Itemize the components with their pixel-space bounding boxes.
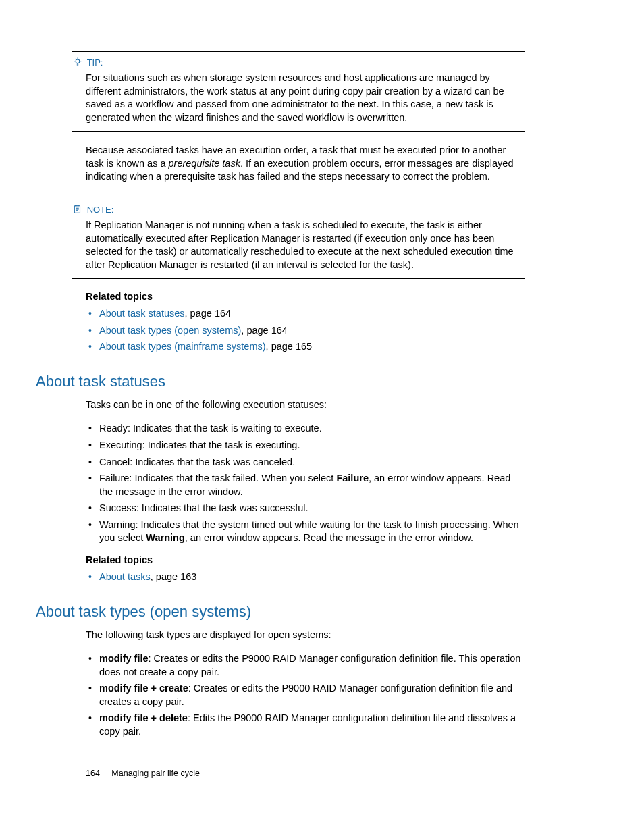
type-modify-file: modify file: Creates or edits the P9000 … bbox=[86, 652, 525, 679]
type-modify-file-delete: modify file + delete: Edits the P9000 RA… bbox=[86, 712, 525, 738]
footer-chapter: Managing pair life cycle bbox=[111, 768, 200, 778]
note-header: NOTE: bbox=[72, 205, 525, 215]
heading-about-task-types-open: About task types (open systems) bbox=[36, 603, 525, 621]
note-icon bbox=[72, 205, 83, 215]
related-link-item: About task types (mainframe systems), pa… bbox=[86, 340, 525, 354]
statuses-list: Ready: Indicates that the task is waitin… bbox=[86, 422, 525, 545]
link-about-task-statuses[interactable]: About task statuses bbox=[99, 308, 185, 319]
tip-callout: TIP: For situations such as when storage… bbox=[72, 51, 525, 132]
heading-about-task-statuses: About task statuses bbox=[36, 373, 525, 390]
svg-point-0 bbox=[76, 59, 80, 63]
status-success: Success: Indicates that the task was suc… bbox=[86, 502, 525, 515]
tip-header: TIP: bbox=[72, 57, 525, 68]
related-topics-list-2: About tasks, page 163 bbox=[86, 571, 525, 584]
types-list: modify file: Creates or edits the P9000 … bbox=[86, 652, 525, 738]
prerequisite-paragraph: Because associated tasks have an executi… bbox=[86, 144, 525, 184]
link-about-task-types-open[interactable]: About task types (open systems) bbox=[99, 325, 241, 336]
page-footer: 164 Managing pair life cycle bbox=[86, 768, 200, 778]
related-topics-heading: Related topics bbox=[86, 291, 525, 302]
page-number: 164 bbox=[86, 768, 100, 778]
status-warning: Warning: Indicates that the system timed… bbox=[86, 519, 525, 545]
statuses-intro: Tasks can be in one of the following exe… bbox=[86, 398, 525, 412]
note-body: If Replication Manager is not running wh… bbox=[72, 219, 525, 271]
status-ready: Ready: Indicates that the task is waitin… bbox=[86, 422, 525, 436]
related-link-item: About task types (open systems), page 16… bbox=[86, 324, 525, 338]
link-about-tasks[interactable]: About tasks bbox=[99, 571, 151, 582]
related-link-item: About tasks, page 163 bbox=[86, 571, 525, 584]
note-callout: NOTE: If Replication Manager is not runn… bbox=[72, 199, 525, 279]
related-topics-heading-2: Related topics bbox=[86, 554, 525, 565]
tip-body: For situations such as when storage syst… bbox=[72, 72, 525, 124]
types-intro: The following task types are displayed f… bbox=[86, 629, 525, 642]
related-link-item: About task statuses, page 164 bbox=[86, 307, 525, 321]
status-executing: Executing: Indicates that the task is ex… bbox=[86, 439, 525, 452]
lightbulb-icon bbox=[72, 57, 83, 68]
svg-line-5 bbox=[80, 59, 80, 59]
status-cancel: Cancel: Indicates that the task was canc… bbox=[86, 456, 525, 469]
link-about-task-types-mainframe[interactable]: About task types (mainframe systems) bbox=[99, 341, 266, 352]
status-failure: Failure: Indicates that the task failed.… bbox=[86, 472, 525, 498]
related-topics-list: About task statuses, page 164 About task… bbox=[86, 307, 525, 354]
type-modify-file-create: modify file + create: Creates or edits t… bbox=[86, 682, 525, 708]
tip-label: TIP: bbox=[87, 57, 103, 68]
note-label: NOTE: bbox=[87, 205, 114, 215]
svg-line-4 bbox=[75, 59, 76, 59]
